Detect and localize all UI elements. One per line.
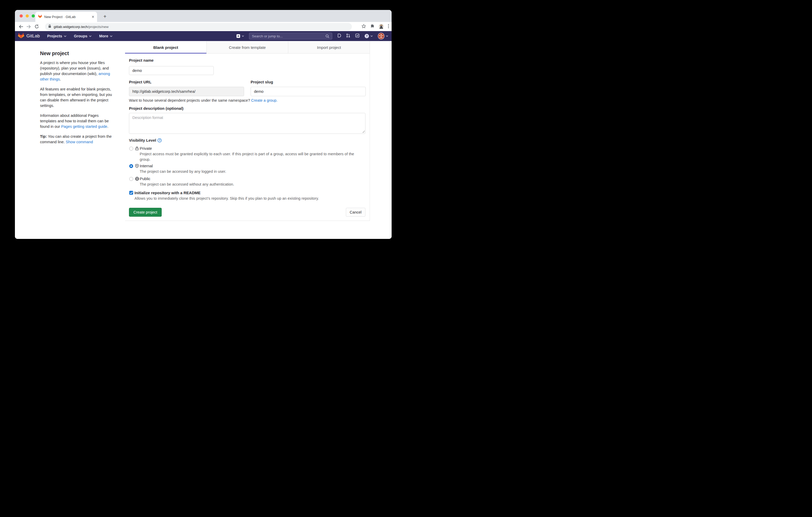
radio-internal[interactable] <box>129 164 133 168</box>
nav-menu-projects[interactable]: Projects <box>47 34 66 38</box>
sidebar-paragraph: Information about additional Pages templ… <box>40 113 115 129</box>
chevron-down-icon <box>64 35 66 37</box>
gitlab-logo <box>18 32 24 40</box>
back-icon[interactable] <box>17 25 25 29</box>
project-url-label: Project URL <box>129 80 151 84</box>
cancel-button[interactable]: Cancel <box>346 208 366 217</box>
visibility-desc: The project can be accessed by any logge… <box>140 169 366 174</box>
project-description-textarea[interactable] <box>129 113 366 134</box>
user-menu-button[interactable] <box>378 33 388 39</box>
form-actions: Create project Cancel <box>129 208 366 217</box>
visibility-option-public: Public The project can be accessed witho… <box>129 176 366 187</box>
page-title: New project <box>40 51 115 57</box>
url-text: gitlab.widgetcorp.tech/projects/new <box>54 25 109 29</box>
visibility-name[interactable]: Public <box>140 176 150 181</box>
new-menu-button[interactable] <box>236 34 244 38</box>
search-placeholder: Search or jump to... <box>252 34 325 38</box>
page-content: New project A project is where you house… <box>15 41 392 239</box>
maximize-window-button[interactable] <box>32 14 35 18</box>
visibility-desc: The project can be accessed without any … <box>140 182 366 187</box>
gitlab-favicon <box>38 14 42 19</box>
visibility-level-label: Visibility Level <box>129 138 156 143</box>
chevron-down-icon <box>110 35 113 37</box>
sidebar-paragraph: All features are enabled for blank proje… <box>40 87 115 109</box>
gitlab-home-link[interactable]: GitLab <box>18 32 40 40</box>
nav-menu-more[interactable]: More <box>99 34 113 38</box>
visibility-desc: Project access must be granted explicitl… <box>140 151 366 162</box>
menu-icon[interactable] <box>388 24 389 29</box>
radio-private[interactable] <box>129 147 133 151</box>
resize-grip[interactable] <box>362 130 365 133</box>
readme-checkbox[interactable] <box>129 191 133 195</box>
lock-icon <box>135 146 139 152</box>
minimize-window-button[interactable] <box>26 14 29 18</box>
readme-desc: Allows you to immediately clone this pro… <box>135 196 360 201</box>
readme-label[interactable]: Initialize repository with a README <box>135 190 201 195</box>
svg-text:?: ? <box>159 139 161 142</box>
sidebar-paragraph: A project is where you house your files … <box>40 60 115 82</box>
browser-tab[interactable]: New Project · GitLab ✕ <box>35 12 97 22</box>
globe-icon <box>135 177 139 182</box>
radio-public[interactable] <box>129 177 133 181</box>
check-icon <box>130 191 133 194</box>
svg-text:?: ? <box>366 34 368 38</box>
project-url-input[interactable] <box>129 87 244 96</box>
chevron-down-icon <box>242 35 244 37</box>
readme-option: Initialize repository with a README Allo… <box>129 190 366 201</box>
visibility-option-internal: Internal The project can be accessed by … <box>129 163 366 174</box>
sidebar: New project A project is where you house… <box>40 51 115 149</box>
question-icon[interactable]: ? <box>157 138 162 144</box>
lock-icon[interactable] <box>48 24 51 29</box>
tab-import-project[interactable]: Import project <box>288 41 370 54</box>
show-command-link[interactable]: Show command <box>66 140 93 144</box>
window-controls <box>20 14 35 18</box>
refresh-icon[interactable] <box>33 24 40 29</box>
extensions-icon[interactable] <box>370 24 375 30</box>
project-slug-label: Project slug <box>251 80 273 84</box>
project-description-label: Project description (optional) <box>129 106 183 111</box>
browser-window: New Project · GitLab ✕ + gitlab.widgetco… <box>15 10 392 239</box>
new-tab-button[interactable]: + <box>101 13 109 20</box>
brand-name: GitLab <box>26 33 40 39</box>
search-input[interactable]: Search or jump to... <box>249 33 332 39</box>
project-name-label: Project name <box>129 58 153 62</box>
project-type-tabs: Blank project Create from template Impor… <box>125 41 370 54</box>
visibility-name[interactable]: Internal <box>140 163 153 168</box>
namespace-hint: Want to house several dependent projects… <box>129 98 366 102</box>
todo-icon[interactable] <box>355 33 359 39</box>
user-avatar <box>378 33 384 39</box>
search-icon <box>325 34 329 38</box>
merge-request-icon[interactable] <box>346 33 350 39</box>
profile-avatar[interactable] <box>379 24 384 30</box>
project-name-input[interactable] <box>129 66 214 75</box>
nav-menu-groups[interactable]: Groups <box>74 34 92 38</box>
pages-guide-link[interactable]: Pages getting started guide <box>61 124 108 129</box>
forward-icon[interactable] <box>25 25 33 29</box>
browser-tab-title: New Project · GitLab <box>44 15 89 19</box>
new-project-panel: Blank project Create from template Impor… <box>125 41 370 221</box>
help-icon: ? <box>365 34 369 38</box>
help-menu-button[interactable]: ? <box>365 34 373 38</box>
browser-toolbar: gitlab.widgetcorp.tech/projects/new <box>15 22 392 31</box>
close-window-button[interactable] <box>20 14 23 18</box>
tab-create-from-template[interactable]: Create from template <box>206 41 288 54</box>
chevron-down-icon <box>370 35 373 37</box>
gitlab-navbar: GitLab Projects Groups More Search or ju… <box>15 31 392 41</box>
url-bar[interactable]: gitlab.widgetcorp.tech/projects/new <box>45 23 352 30</box>
chevron-down-icon <box>386 35 388 37</box>
star-icon[interactable] <box>361 24 366 30</box>
shield-icon <box>135 164 139 169</box>
visibility-option-private: Private Project access must be granted e… <box>129 146 366 162</box>
tab-blank-project[interactable]: Blank project <box>125 41 206 54</box>
chevron-down-icon <box>89 35 92 37</box>
issues-icon[interactable] <box>337 33 341 39</box>
tab-close-icon[interactable]: ✕ <box>92 15 94 19</box>
project-slug-input[interactable] <box>251 87 366 96</box>
create-a-group-link[interactable]: Create a group. <box>251 98 278 102</box>
visibility-name[interactable]: Private <box>140 146 152 151</box>
sidebar-tip: Tip: You can also create a project from … <box>40 134 115 145</box>
browser-tabstrip: New Project · GitLab ✕ + <box>15 10 392 22</box>
plus-menu-icon <box>236 34 240 38</box>
create-project-button[interactable]: Create project <box>129 208 162 217</box>
